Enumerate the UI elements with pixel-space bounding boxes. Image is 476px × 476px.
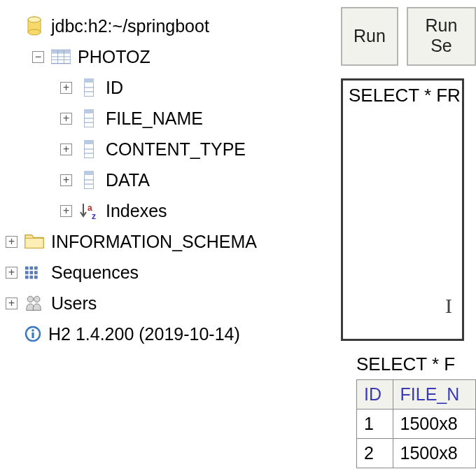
svg-rect-34 [29, 271, 33, 274]
indexes-label: Indexes [106, 201, 167, 221]
tree-table[interactable]: − PHOTOZ [6, 41, 340, 72]
svg-rect-11 [84, 78, 94, 83]
svg-rect-23 [84, 171, 94, 175]
run-selected-button[interactable]: Run Se [407, 7, 476, 66]
column-label: CONTENT_TYPE [106, 139, 246, 160]
expand-icon[interactable]: + [60, 113, 72, 125]
users-label: Users [51, 293, 97, 314]
table-row[interactable]: 2 1500x8 [357, 439, 476, 468]
cell-file: 1500x8 [393, 410, 475, 439]
text-cursor-icon: I [445, 294, 452, 318]
svg-rect-19 [84, 140, 94, 144]
table-header-row: ID FILE_N [357, 380, 476, 410]
tree-info-schema[interactable]: + INFORMATION_SCHEMA [6, 226, 340, 257]
sequences-label: Sequences [51, 262, 139, 283]
cell-file: 1500x8 [393, 439, 475, 468]
svg-rect-33 [25, 271, 29, 274]
column-label: ID [106, 78, 123, 98]
sequences-icon [24, 262, 44, 282]
svg-point-39 [27, 296, 33, 302]
folder-icon [24, 232, 44, 251]
results-panel: SELECT * F ID FILE_N 1 1500x8 2 1500x8 [356, 354, 476, 468]
tree-column-id[interactable]: + ID [6, 72, 340, 103]
results-table: ID FILE_N 1 1500x8 2 1500x8 [356, 379, 476, 468]
expand-icon[interactable]: + [60, 174, 72, 186]
svg-rect-5 [51, 50, 71, 53]
database-label: jdbc:h2:~/springboot [51, 16, 209, 36]
column-icon [79, 78, 99, 97]
column-icon [79, 139, 99, 159]
svg-rect-30 [25, 267, 29, 270]
collapse-icon[interactable]: − [32, 51, 44, 63]
cell-id: 1 [357, 410, 393, 439]
col-header-id[interactable]: ID [357, 380, 393, 410]
svg-rect-36 [25, 276, 29, 279]
sql-editor[interactable]: SELECT * FR I [341, 78, 464, 341]
tree-users[interactable]: + Users [6, 288, 340, 318]
info-icon [24, 324, 41, 344]
expand-icon[interactable]: + [60, 82, 72, 94]
expand-icon[interactable]: + [60, 144, 72, 155]
db-tree: jdbc:h2:~/springboot − PHOTOZ + [0, 0, 340, 476]
expand-icon[interactable]: + [6, 298, 18, 309]
svg-rect-31 [29, 267, 33, 270]
info-schema-label: INFORMATION_SCHEMA [51, 232, 257, 252]
svg-rect-38 [34, 276, 38, 279]
expand-icon[interactable]: + [6, 236, 18, 248]
table-icon [51, 47, 71, 66]
svg-rect-29 [25, 238, 43, 248]
svg-point-2 [28, 29, 41, 35]
svg-point-40 [34, 296, 40, 302]
tree-indexes[interactable]: + a z Indexes [6, 195, 340, 226]
database-icon [24, 16, 44, 36]
svg-point-42 [31, 329, 34, 332]
svg-rect-15 [84, 109, 94, 113]
version-label: H2 1.4.200 (2019-10-14) [48, 324, 240, 344]
svg-rect-35 [34, 271, 38, 274]
tree-version: H2 1.4.200 (2019-10-14) [6, 318, 340, 349]
svg-rect-37 [29, 276, 33, 279]
expand-icon[interactable]: + [60, 205, 72, 217]
svg-rect-43 [31, 332, 34, 338]
tree-column-data[interactable]: + DATA [6, 164, 340, 195]
column-label: FILE_NAME [106, 108, 203, 129]
results-query: SELECT * F [356, 354, 476, 375]
table-label: PHOTOZ [78, 47, 150, 67]
tree-column-filename[interactable]: + FILE_NAME [6, 103, 340, 134]
svg-point-3 [28, 17, 41, 22]
svg-rect-32 [34, 267, 38, 270]
col-header-filename[interactable]: FILE_N [393, 380, 475, 410]
tree-database[interactable]: jdbc:h2:~/springboot [6, 10, 340, 41]
run-button[interactable]: Run [341, 7, 398, 66]
users-icon [24, 293, 44, 313]
toolbar: Run Run Se [340, 7, 476, 66]
indexes-icon: a z [79, 201, 99, 220]
tree-sequences[interactable]: + Sequences [6, 257, 340, 288]
sql-text: SELECT * FR [349, 85, 461, 106]
right-panel: Run Run Se SELECT * FR I SELECT * F ID F… [340, 0, 476, 476]
cell-id: 2 [357, 439, 393, 468]
column-label: DATA [106, 170, 150, 190]
table-row[interactable]: 1 1500x8 [357, 410, 476, 439]
expand-icon[interactable]: + [6, 267, 18, 279]
svg-text:z: z [92, 211, 96, 220]
tree-column-contenttype[interactable]: + CONTENT_TYPE [6, 134, 340, 164]
column-icon [79, 108, 99, 128]
column-icon [79, 170, 99, 190]
